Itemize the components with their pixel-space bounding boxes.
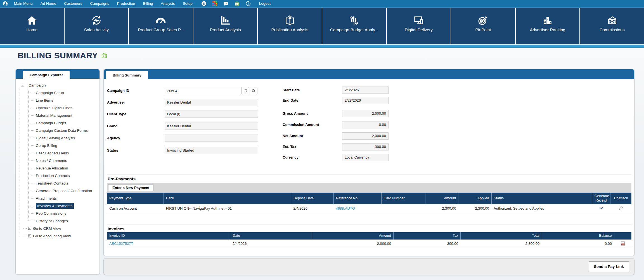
campaign-search-button[interactable] xyxy=(250,87,257,94)
video-tutorials-tv-icon[interactable] xyxy=(235,1,240,6)
sidebar-item-invoices-payments[interactable]: Invoices & Payments xyxy=(18,202,98,210)
svg-text:$: $ xyxy=(356,22,357,25)
sidebar-item-generate-proposal-confirmation[interactable]: Generate Proposal / Confirmation xyxy=(18,187,98,195)
page-title-video-icon[interactable] xyxy=(101,53,107,58)
chat-icon[interactable] xyxy=(223,1,228,6)
invoice-tax-cell: 300.00 xyxy=(393,240,460,248)
menu-main-menu[interactable]: Main Menu xyxy=(14,1,33,6)
menu-ad-home[interactable]: Ad Home xyxy=(41,1,56,6)
sidebar-item-notes-comments[interactable]: Notes / Comments xyxy=(18,157,98,164)
sidebar-item-campaign-custom-data-forms[interactable]: Campaign Custom Data Forms xyxy=(18,127,98,134)
sidebar-item-material-management[interactable]: Material Management xyxy=(18,112,98,119)
target-dart-icon xyxy=(451,15,515,26)
agency-field xyxy=(165,135,258,142)
bar-chart-icon xyxy=(193,15,257,26)
send-pay-link-button[interactable]: Send a Pay Link xyxy=(589,261,629,272)
tile-label: Product Group Sales P... xyxy=(129,27,193,32)
tile-pinpoint[interactable]: PinPoint xyxy=(451,8,516,44)
col-payment-type: Payment Type xyxy=(107,193,164,204)
user-account-icon[interactable] xyxy=(3,1,8,6)
advertiser-field: Kessler Dental xyxy=(165,99,258,106)
sidebar-item-optimize-digital-lines[interactable]: Optimize Digital Lines xyxy=(18,104,98,112)
sidebar-item-tearsheet-contacts[interactable]: Tearsheet Contacts xyxy=(18,180,98,187)
agency-label: Agency xyxy=(107,135,120,142)
tile-label: Advertiser Ranking xyxy=(516,27,580,32)
tree-node-campaign[interactable]: − Campaign xyxy=(18,82,98,89)
gauge-icon xyxy=(129,15,193,26)
tab-billing-summary[interactable]: Billing Summary xyxy=(106,71,148,79)
sidebar-item-revenue-allocation[interactable]: Revenue Allocation xyxy=(18,164,98,172)
apps-grid-icon[interactable] xyxy=(212,1,217,6)
invoice-row: ABC1527537T 2/4/2026 2,000.00 300.00 2,3… xyxy=(107,240,631,248)
menu-analysis[interactable]: Analysis xyxy=(161,1,175,6)
sidebar-item-campaign-budget[interactable]: Campaign Budget xyxy=(18,119,98,127)
top-menu: Main Menu Ad Home Customers Campaigns Pr… xyxy=(14,1,193,6)
sidebar-item-user-defined-fields[interactable]: User Defined Fields xyxy=(18,149,98,157)
tile-commissions[interactable]: Commissions xyxy=(580,8,644,44)
tile-label: PinPoint xyxy=(451,27,515,32)
svg-text:3: 3 xyxy=(550,21,551,24)
generate-receipt-icon[interactable]: ✉ xyxy=(599,206,603,211)
status-label: Status xyxy=(107,147,118,154)
enter-new-payment-button[interactable]: Enter a New Payment xyxy=(108,184,153,191)
menu-campaigns[interactable]: Campaigns xyxy=(90,1,109,6)
tile-campaign-budget-analysis[interactable]: $$ Campaign Budget Analy... xyxy=(322,8,387,44)
col-invoice-id: Invoice ID xyxy=(107,232,230,240)
sidebar-item-digital-serving-analysis[interactable]: Digital Serving Analysis xyxy=(18,134,98,142)
est-tax-label: Est. Tax xyxy=(283,143,296,150)
menu-production[interactable]: Production xyxy=(117,1,135,6)
sidebar-link-go-to-crm-view[interactable]: Go to CRM View xyxy=(18,225,98,232)
reference-no-link[interactable]: 4688.AUTO xyxy=(336,206,355,210)
sidebar-item-line-items[interactable]: Line Items xyxy=(18,97,98,104)
sidebar-item-rep-commissions[interactable]: Rep Commissions xyxy=(18,210,98,217)
svg-text:PDF: PDF xyxy=(622,244,624,245)
sidebar-item-co-op-billing[interactable]: Co-op Billing xyxy=(18,142,98,149)
tile-product-group-sales[interactable]: Product Group Sales P... xyxy=(129,8,193,44)
tile-product-analysis[interactable]: Product Analysis xyxy=(193,8,258,44)
budget-chart-icon: $$ xyxy=(322,15,386,26)
pdf-icon[interactable]: PDF xyxy=(621,241,625,246)
tile-publication-analysis[interactable]: Publication Analysis xyxy=(258,8,322,44)
col-invoice-pdf xyxy=(614,232,631,240)
recent-campaigns-button[interactable] xyxy=(241,87,249,94)
sidebar-item-attachments[interactable]: Attachments xyxy=(18,195,98,202)
tile-home[interactable]: Home xyxy=(0,8,65,44)
open-view-icon xyxy=(27,227,31,231)
menu-billing[interactable]: Billing xyxy=(143,1,153,6)
start-date-field: 2/8/2026 xyxy=(342,87,389,94)
svg-text:1: 1 xyxy=(547,18,549,21)
sidebar-item-campaign-setup[interactable]: Campaign Setup xyxy=(18,89,98,97)
sidebar-link-go-to-accounting-view[interactable]: Go to Accounting View xyxy=(18,232,98,240)
tile-label: Digital Delivery xyxy=(387,27,451,32)
invoice-date-cell: 2/4/2026 xyxy=(230,240,312,248)
net-amount-field: 2,000.00 xyxy=(342,132,389,140)
tab-campaign-explorer[interactable]: Campaign Explorer xyxy=(23,71,70,79)
unattach-icon[interactable] xyxy=(619,206,623,211)
col-tax: Tax xyxy=(393,232,460,240)
campaign-id-input[interactable] xyxy=(165,87,240,94)
tile-sales-activity[interactable]: Sales Activity xyxy=(65,8,129,44)
svg-text:$: $ xyxy=(351,16,352,19)
podium-ranking-icon: 213 xyxy=(516,15,580,26)
sidebar-item-history-of-changes[interactable]: History of Changes xyxy=(18,217,98,225)
menu-customers[interactable]: Customers xyxy=(64,1,82,6)
menu-logout[interactable]: Logout xyxy=(259,1,271,6)
notification-count-badge[interactable]: 8 xyxy=(202,1,206,6)
invoice-id-link[interactable]: ABC1527537T xyxy=(109,241,133,246)
sidebar-item-production-contacts[interactable]: Production Contacts xyxy=(18,172,98,180)
net-amount-label: Net Amount xyxy=(283,132,303,140)
content-area: BILLING SUMMARY Campaign Explorer − Camp… xyxy=(0,49,644,279)
pre-payments-toolbar: Enter a New Payment xyxy=(107,183,631,193)
tile-advertiser-ranking[interactable]: 213 Advertiser Ranking xyxy=(516,8,580,44)
footer-action-bar: Send a Pay Link xyxy=(103,258,634,275)
tile-digital-delivery[interactable]: Digital Delivery xyxy=(387,8,451,44)
home-icon xyxy=(0,15,64,26)
end-date-field: 2/28/2026 xyxy=(342,97,389,104)
collapse-expander-icon[interactable]: − xyxy=(21,84,24,87)
col-deposit-date: Deposit Date xyxy=(291,193,333,204)
billing-summary-header: Billing Summary xyxy=(104,69,634,79)
info-icon[interactable] xyxy=(246,1,251,6)
currency-label: Currency xyxy=(283,154,299,161)
menu-setup[interactable]: Setup xyxy=(183,1,193,6)
topbar-icon-cluster: 8 xyxy=(202,1,251,6)
